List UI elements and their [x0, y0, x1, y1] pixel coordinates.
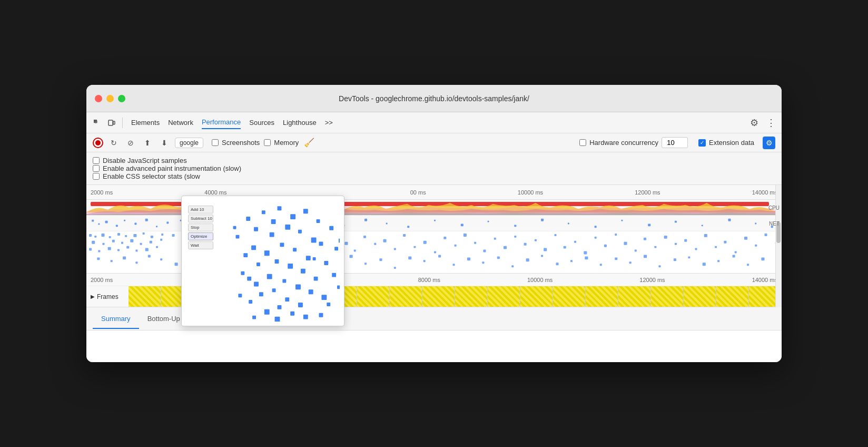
svg-rect-53: [125, 235, 127, 237]
record-button[interactable]: [93, 138, 103, 148]
perf-settings-button[interactable]: ⚙: [763, 137, 775, 149]
close-button[interactable]: [95, 95, 102, 102]
svg-rect-17: [145, 219, 148, 221]
enable-paint-checkbox[interactable]: [93, 165, 100, 172]
svg-rect-40: [595, 226, 597, 228]
nav-network[interactable]: Network: [168, 116, 193, 129]
enable-css-checkbox[interactable]: [93, 173, 100, 180]
svg-rect-64: [150, 241, 152, 244]
svg-rect-98: [403, 234, 406, 237]
upload-icon[interactable]: ⬆: [141, 137, 154, 149]
svg-rect-154: [350, 255, 353, 258]
svg-rect-110: [524, 243, 527, 246]
svg-rect-228: [290, 312, 294, 316]
more-options-icon[interactable]: ⋮: [765, 116, 777, 129]
svg-rect-117: [595, 237, 597, 239]
popup-overlay: Add 10 Subtract 10 Stop Optimize Wait: [181, 196, 344, 326]
svg-rect-229: [303, 315, 308, 319]
settings-gear-icon[interactable]: ⚙: [748, 116, 761, 129]
svg-rect-39: [568, 223, 569, 225]
screenshots-checkbox[interactable]: [212, 139, 219, 146]
tab-summary[interactable]: Summary: [93, 309, 139, 329]
nav-performance[interactable]: Performance: [202, 116, 241, 129]
svg-rect-133: [755, 245, 757, 247]
svg-rect-219: [309, 289, 313, 294]
record-indicator: [95, 140, 101, 145]
frames-triangle-icon: ▶: [91, 294, 95, 299]
ruler-marks-top: 2000 ms 4000 ms 00 ms 10000 ms 12000 ms …: [91, 189, 777, 196]
device-toolbar-icon[interactable]: [105, 116, 118, 129]
svg-rect-37: [514, 225, 516, 227]
screenshots-label: Screenshots: [222, 139, 260, 147]
svg-rect-132: [744, 237, 747, 240]
ruler-mark-6: 14000 ms: [752, 189, 777, 196]
disable-js-checkbox[interactable]: [93, 157, 100, 164]
perf-toolbar: ↻ ⊘ ⬆ ⬇ google Screenshots Memory 🧹 Hard…: [86, 133, 782, 152]
extension-row: ✓ Extension data: [698, 139, 754, 147]
svg-rect-125: [675, 243, 677, 245]
nav-sources[interactable]: Sources: [249, 116, 274, 129]
memory-checkbox[interactable]: [264, 139, 271, 146]
svg-rect-74: [172, 234, 174, 237]
svg-rect-217: [272, 288, 276, 292]
svg-rect-15: [124, 220, 125, 221]
svg-rect-175: [658, 265, 660, 267]
svg-rect-221: [321, 295, 327, 300]
maximize-button[interactable]: [118, 95, 125, 102]
toolbar-right-actions: ⚙ ⋮: [748, 116, 777, 129]
enable-paint-row: Enable advanced paint instrumentation (s…: [93, 164, 775, 172]
svg-rect-208: [324, 261, 328, 265]
broom-icon[interactable]: 🧹: [303, 137, 315, 149]
svg-rect-11: [92, 220, 94, 222]
svg-rect-16: [134, 223, 136, 225]
nav-more[interactable]: >>: [325, 116, 333, 129]
clear-icon[interactable]: ⊘: [124, 137, 137, 149]
minimize-button[interactable]: [106, 95, 114, 102]
svg-rect-218: [259, 292, 263, 296]
bottom-mark-4: 10000 ms: [527, 277, 553, 283]
svg-rect-136: [97, 257, 100, 260]
ruler-mark-4: 10000 ms: [518, 189, 543, 196]
svg-rect-190: [285, 225, 290, 230]
ruler-mark-1: 4000 ms: [204, 189, 226, 196]
svg-rect-33: [407, 226, 409, 228]
hardware-checkbox[interactable]: [579, 139, 586, 146]
svg-rect-122: [644, 238, 646, 240]
ruler-mark-3: 00 ms: [410, 189, 426, 196]
extension-checkbox[interactable]: ✓: [698, 139, 706, 147]
hardware-input[interactable]: [662, 137, 688, 148]
bottom-mark-3: 8000 ms: [418, 277, 440, 283]
download-icon[interactable]: ⬇: [158, 137, 171, 149]
popup-subtract-btn[interactable]: Subtract 10: [188, 215, 213, 222]
svg-rect-111: [535, 239, 537, 241]
popup-optimize-btn[interactable]: Optimize: [188, 232, 213, 240]
svg-rect-73: [156, 246, 158, 248]
svg-rect-108: [504, 246, 507, 249]
net-label: NET: [769, 220, 780, 226]
svg-rect-38: [541, 219, 544, 221]
svg-rect-163: [482, 261, 484, 264]
svg-rect-72: [145, 248, 149, 251]
nav-elements[interactable]: Elements: [131, 116, 160, 129]
svg-rect-56: [151, 236, 153, 238]
frame-block: [357, 286, 390, 307]
cursor-icon[interactable]: [91, 116, 103, 129]
svg-rect-65: [160, 239, 162, 241]
svg-rect-43: [675, 221, 677, 223]
popup-stop-btn[interactable]: Stop: [188, 224, 213, 231]
svg-rect-137: [111, 260, 113, 262]
popup-wait-btn[interactable]: Wait: [188, 241, 213, 249]
bottom-mark-6: 14000 ms: [752, 277, 777, 283]
reload-icon[interactable]: ↻: [107, 137, 120, 149]
enable-css-label: Enable CSS selector stats (slow: [103, 172, 200, 180]
svg-rect-233: [313, 257, 316, 260]
timeline-scrollbar[interactable]: [775, 185, 782, 307]
svg-rect-214: [254, 282, 259, 287]
svg-rect-114: [564, 246, 566, 249]
frame-block: [520, 286, 553, 307]
svg-rect-207: [257, 263, 260, 266]
svg-rect-48: [89, 234, 92, 237]
nav-lighthouse[interactable]: Lighthouse: [283, 116, 317, 129]
svg-rect-188: [246, 217, 250, 221]
popup-add-btn[interactable]: Add 10: [188, 206, 213, 213]
